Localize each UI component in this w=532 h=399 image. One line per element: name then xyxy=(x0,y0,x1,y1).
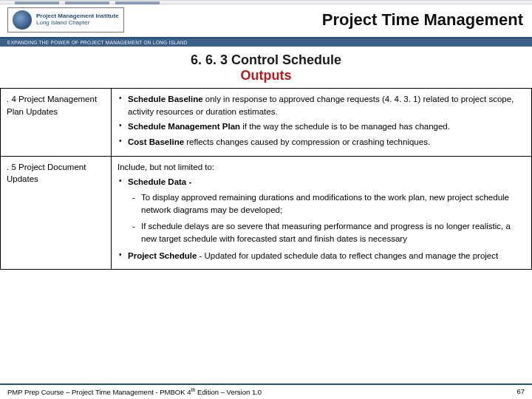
row-content: Schedule Baseline only in response to ap… xyxy=(112,89,532,157)
pmi-logo: Project Management Institute Long Island… xyxy=(7,7,124,33)
row-lead: Include, but not limited to: xyxy=(117,161,525,174)
section-subtitle: Outputs xyxy=(0,68,532,83)
tagline: EXPANDING THE POWER OF PROJECT MANAGEMEN… xyxy=(0,38,532,47)
table-row: . 5 Project Document UpdatesInclude, but… xyxy=(1,156,532,270)
slide-footer: PMP Prep Course – Project Time Managemen… xyxy=(0,383,532,396)
bullet-list: Schedule Baseline only in response to ap… xyxy=(117,93,525,149)
pmi-logo-text: Project Management Institute Long Island… xyxy=(36,13,119,27)
bullet-list: Project Schedule - Updated for updated s… xyxy=(117,250,525,262)
bullet-item: Cost Baseline reflects changes caused by… xyxy=(117,136,525,149)
bullet-item: Schedule Baseline only in response to ap… xyxy=(117,93,525,117)
row-label: . 5 Project Document Updates xyxy=(1,156,112,270)
footer-text-b: Edition – Version 1.0 xyxy=(195,388,262,396)
pmi-logo-icon xyxy=(13,10,32,30)
outputs-table: . 4 Project Management Plan UpdatesSched… xyxy=(0,88,532,270)
row-label: . 4 Project Management Plan Updates xyxy=(1,89,112,157)
bullet-item: Schedule Management Plan if the way the … xyxy=(117,120,525,133)
bullet-bold: Schedule Data - xyxy=(128,177,191,186)
slide-header: Project Management Institute Long Island… xyxy=(0,4,532,38)
bullet-bold: Project Schedule xyxy=(128,251,197,260)
footer-text-a: PMP Prep Course – Project Time Managemen… xyxy=(7,388,191,396)
section-title: 6. 6. 3 Control Schedule xyxy=(0,52,532,68)
bullet-rest: - Updated for updated schedule data to r… xyxy=(197,251,498,260)
row-content: Include, but not limited to:Schedule Dat… xyxy=(112,156,532,270)
logo-line2: Long Island Chapter xyxy=(36,20,119,27)
bullet-item: Schedule Data - xyxy=(117,176,525,188)
bullet-bold: Schedule Management Plan xyxy=(128,122,240,131)
bullet-rest: if the way the schedule is to be managed… xyxy=(240,122,450,131)
sub-item: To display approved remaining durations … xyxy=(132,191,525,216)
footer-page: 67 xyxy=(516,387,525,396)
footer-left: PMP Prep Course – Project Time Managemen… xyxy=(7,387,262,396)
page-title: Project Time Management xyxy=(133,10,525,30)
bullet-bold: Schedule Baseline xyxy=(128,95,203,103)
sub-list: To display approved remaining durations … xyxy=(117,191,525,245)
bullet-rest: reflects changes caused by compression o… xyxy=(186,137,430,146)
bullet-bold: Cost Baseline xyxy=(128,137,186,146)
table-row: . 4 Project Management Plan UpdatesSched… xyxy=(1,89,532,157)
sub-item: If schedule delays are so severe that me… xyxy=(132,220,525,245)
bullet-list: Schedule Data - xyxy=(117,176,525,188)
bullet-item: Project Schedule - Updated for updated s… xyxy=(117,250,525,262)
